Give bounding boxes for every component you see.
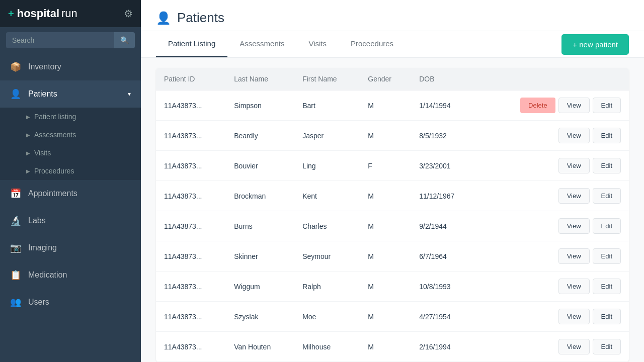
sidebar-item-users[interactable]: 👥 Users — [0, 289, 141, 316]
sidebar-patients-label: Patients — [28, 89, 57, 99]
sub-chevron-icon: ▶ — [26, 168, 30, 174]
tab-visits[interactable]: Visits — [296, 31, 339, 57]
sidebar-item-labs[interactable]: 🔬 Labs — [0, 207, 141, 234]
action-buttons: ViewEdit — [486, 248, 621, 264]
cell-3: M — [360, 121, 411, 151]
table-row: 11A43873...SzyslakMoeM4/27/1954ViewEdit — [156, 302, 629, 332]
cell-0: 11A43873... — [156, 211, 226, 241]
col-patient-id: Patient ID — [156, 68, 226, 90]
cell-actions: ViewEdit — [477, 181, 629, 211]
col-gender: Gender — [360, 68, 411, 90]
search-input[interactable] — [6, 32, 114, 48]
cell-2: Moe — [294, 302, 360, 332]
view-button[interactable]: View — [558, 339, 590, 354]
users-icon: 👥 — [10, 297, 21, 308]
edit-button[interactable]: Edit — [593, 128, 621, 143]
sidebar-item-patient-listing[interactable]: ▶ Patient listing — [0, 108, 141, 126]
view-button[interactable]: View — [558, 248, 590, 264]
sidebar-users-label: Users — [28, 298, 49, 307]
table-row: 11A43873...BurnsCharlesM9/2/1944ViewEdit — [156, 211, 629, 241]
sidebar-item-visits[interactable]: ▶ Visits — [0, 144, 141, 162]
cell-1: Beardly — [226, 121, 294, 151]
cell-1: Skinner — [226, 241, 294, 272]
tab-proceedures[interactable]: Proceedures — [339, 31, 406, 57]
sidebar-item-medication[interactable]: 📋 Medication — [0, 261, 141, 289]
cell-0: 11A43873... — [156, 302, 226, 332]
sub-nav-label: Visits — [34, 149, 51, 157]
view-button[interactable]: View — [558, 188, 590, 204]
view-button[interactable]: View — [558, 158, 590, 173]
patients-chevron-icon: ▾ — [128, 90, 131, 98]
logo-cross: + — [8, 8, 14, 20]
edit-button[interactable]: Edit — [593, 279, 621, 294]
search-container: 🔍 — [0, 27, 141, 53]
cell-2: Jasper — [294, 121, 360, 151]
sidebar-medication-label: Medication — [28, 270, 67, 280]
sidebar-item-inventory[interactable]: 📦 Inventory — [0, 53, 141, 80]
sidebar-item-label: Inventory — [28, 62, 61, 71]
col-first-name: First Name — [294, 68, 360, 90]
view-button[interactable]: View — [558, 98, 590, 113]
search-button[interactable]: 🔍 — [114, 32, 135, 48]
sub-nav-label: Patient listing — [34, 113, 76, 121]
main-content: 👤 Patients Patient Listing Assessments V… — [141, 0, 644, 362]
page-title: Patients — [177, 10, 224, 26]
sub-nav-label: Proceedures — [34, 167, 74, 175]
sidebar-item-proceedures[interactable]: ▶ Proceedures — [0, 162, 141, 180]
cell-3: M — [360, 241, 411, 272]
cell-4: 6/7/1964 — [411, 241, 477, 272]
table-container: Patient ID Last Name First Name Gender D… — [141, 58, 644, 362]
tab-assessments[interactable]: Assessments — [227, 31, 296, 57]
action-buttons: DeleteViewEdit — [486, 98, 621, 113]
cell-actions: ViewEdit — [477, 211, 629, 241]
cell-1: Szyslak — [226, 302, 294, 332]
table-row: 11A43873...WiggumRalphM10/8/1993ViewEdit — [156, 272, 629, 302]
edit-button[interactable]: Edit — [593, 98, 621, 113]
action-buttons: ViewEdit — [486, 309, 621, 324]
sidebar-item-imaging[interactable]: 📷 Imaging — [0, 234, 141, 261]
view-button[interactable]: View — [558, 279, 590, 294]
tab-patient-listing[interactable]: Patient Listing — [156, 31, 227, 57]
cell-4: 3/23/2001 — [411, 151, 477, 181]
cell-3: M — [360, 272, 411, 302]
view-button[interactable]: View — [558, 218, 590, 234]
cell-1: Van Houten — [226, 332, 294, 362]
cell-0: 11A43873... — [156, 181, 226, 211]
imaging-icon: 📷 — [10, 242, 21, 253]
sidebar-item-appointments[interactable]: 📅 Appointments — [0, 180, 141, 207]
edit-button[interactable]: Edit — [593, 188, 621, 204]
cell-0: 11A43873... — [156, 151, 226, 181]
patients-sub-nav: ▶ Patient listing ▶ Assessments ▶ Visits… — [0, 108, 141, 180]
page-icon: 👤 — [156, 11, 171, 25]
edit-button[interactable]: Edit — [593, 339, 621, 354]
cell-0: 11A43873... — [156, 332, 226, 362]
edit-button[interactable]: Edit — [593, 218, 621, 234]
new-patient-button[interactable]: + new patient — [561, 34, 629, 55]
cell-1: Wiggum — [226, 272, 294, 302]
edit-button[interactable]: Edit — [593, 309, 621, 324]
sidebar-item-assessments[interactable]: ▶ Assessments — [0, 126, 141, 144]
table-row: 11A43873...BouvierLingF3/23/2001ViewEdit — [156, 151, 629, 181]
settings-icon[interactable]: ⚙ — [124, 8, 133, 20]
cell-actions: ViewEdit — [477, 332, 629, 362]
sub-chevron-icon: ▶ — [26, 132, 30, 138]
delete-button[interactable]: Delete — [520, 98, 555, 113]
edit-button[interactable]: Edit — [593, 158, 621, 173]
view-button[interactable]: View — [558, 128, 590, 143]
sidebar-item-patients[interactable]: 👤 Patients ▾ — [0, 80, 141, 108]
app-logo: +hospitalrun — [8, 7, 77, 20]
cell-2: Milhouse — [294, 332, 360, 362]
table-row: 11A43873...Van HoutenMilhouseM2/16/1994V… — [156, 332, 629, 362]
cell-3: M — [360, 211, 411, 241]
col-last-name: Last Name — [226, 68, 294, 90]
cell-actions: ViewEdit — [477, 121, 629, 151]
patients-tbody: 11A43873...SimpsonBartM1/14/1994DeleteVi… — [156, 90, 629, 362]
cell-0: 11A43873... — [156, 121, 226, 151]
cell-4: 11/12/1967 — [411, 181, 477, 211]
view-button[interactable]: View — [558, 309, 590, 324]
edit-button[interactable]: Edit — [593, 248, 621, 264]
cell-2: Ling — [294, 151, 360, 181]
sidebar-header: +hospitalrun ⚙ — [0, 0, 141, 27]
tab-bar: Patient Listing Assessments Visits Proce… — [141, 31, 644, 58]
cell-3: M — [360, 181, 411, 211]
